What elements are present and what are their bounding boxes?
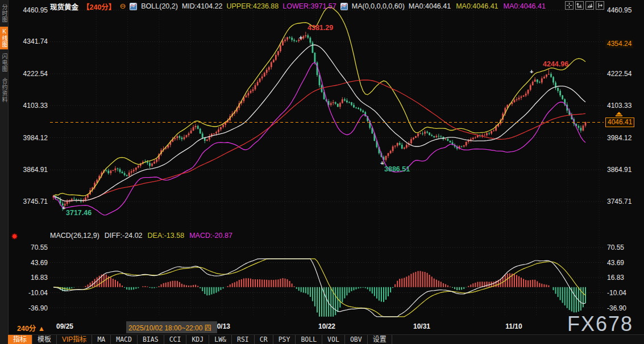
fx678-watermark: FX678 — [567, 312, 633, 336]
price-annotation-0: 4381.29 — [308, 24, 333, 32]
ma-value-2: MA0:4046.41 — [504, 2, 546, 10]
sidebar-item-2[interactable]: 闪电图 — [0, 52, 8, 74]
price-annotation-3: 3717.46 — [66, 209, 92, 217]
price-axis-label-right: 3864.91 — [607, 166, 639, 174]
indicator-chart-icon[interactable] — [130, 3, 137, 10]
toolbar-tab-CCI[interactable]: CCI — [164, 335, 187, 344]
x-axis-label: 10/31 — [413, 322, 430, 330]
x-axis-label: 11/10 — [505, 322, 522, 330]
price-axis-label-left: 4103.33 — [16, 102, 48, 110]
price-axis-label-right: 4103.33 — [607, 102, 639, 110]
boll-name: BOLL(20,2) — [141, 2, 178, 10]
candlestick-chart[interactable] — [0, 0, 644, 344]
shift-right-icon[interactable] — [596, 1, 604, 10]
macd-axis-label-left: -10.04 — [16, 289, 48, 297]
toolbar-tab-PSY[interactable]: PSY — [273, 335, 296, 344]
sidebar-item-0[interactable]: 分时图 — [0, 2, 8, 24]
macd-header: MACD(26,12,9) DIFF:-24.02 DEA:-13.58 MAC… — [50, 232, 232, 240]
price-tag-high: 4354.24 — [605, 40, 633, 48]
boll-mid-value: MID:4104.22 — [182, 2, 223, 10]
sidebar-item-3[interactable]: 合约资料 — [0, 76, 8, 104]
alert-icon[interactable]: ✸ — [11, 232, 18, 241]
toolbar-tab-BIAS[interactable]: BIAS — [138, 335, 164, 344]
price-axis-label-left: 4341.74 — [16, 37, 48, 45]
ma-value-1: MA0:4046.41 — [456, 2, 498, 10]
boll-upper-value: UPPER:4236.88 — [226, 2, 279, 10]
macd-axis-label-left: -36.90 — [16, 304, 48, 312]
sidebar: 分时图K线图闪电图合约资料 — [0, 0, 9, 344]
toolbar-tab-RSI[interactable]: RSI — [232, 335, 255, 344]
price-axis-label-left: 4460.95 — [16, 6, 48, 14]
macd-name: MACD(26,12,9) — [50, 232, 99, 240]
price-axis-label-right: 4222.54 — [607, 70, 639, 78]
x-axis: 240分 ▲ 09/2510/1310/2210/3111/10 2025/10… — [0, 320, 644, 334]
toolbar-tab-BOLL[interactable]: BOLL — [296, 335, 322, 344]
price-annotation-1: 4244.96 — [543, 60, 568, 68]
sidebar-item-1[interactable]: K线图 — [0, 27, 8, 49]
macd-macd-value: MACD:-20.87 — [189, 232, 232, 240]
toolbar-tab-CR[interactable]: CR — [255, 335, 273, 344]
timeframe-selector[interactable]: 240分 ▲ — [17, 322, 45, 333]
x-axis-label: 10/22 — [318, 322, 335, 330]
price-tag-current: 4046.41 — [605, 118, 634, 127]
macd-axis-label-right: -10.04 — [607, 289, 639, 297]
macd-dea-value: DEA:-13.58 — [148, 232, 185, 240]
price-axis-label-right: 4460.95 — [607, 6, 639, 14]
macd-axis-label-right: 70.55 — [607, 244, 639, 251]
macd-axis-label-left: 16.83 — [16, 274, 48, 282]
macd-axis-label-right: 16.83 — [607, 274, 639, 282]
price-axis-label-left: 3745.71 — [16, 198, 48, 205]
trading-app-window: 分时图K线图闪电图合约资料 ✸ 现货黄金 【240分】 ⊖ BOLL(20,2)… — [0, 0, 644, 344]
macd-axis-label-right: -36.90 — [607, 304, 639, 312]
price-arrow-marker — [616, 112, 622, 115]
price-axis-label-left: 3984.12 — [16, 134, 48, 142]
ma-value-0: MA0:4046.41 — [409, 2, 451, 10]
extreme-marker-icon: + — [62, 204, 65, 211]
toolbar-tab-VIP指标[interactable]: VIP指标 — [57, 335, 92, 344]
toolbar-tab-OBV[interactable]: OBV — [345, 335, 368, 344]
toolbar-tab-KDJ[interactable]: KDJ — [186, 335, 209, 344]
price-annotation-2: 3886.51 — [384, 165, 410, 173]
extreme-marker-icon: + — [299, 34, 302, 41]
crosshair-icon[interactable] — [565, 1, 574, 10]
collapse-icon[interactable]: ⊖ — [119, 3, 126, 10]
bar-tooltip: 2025/10/02 18:00~22:00 四 — [126, 321, 217, 333]
toolbar-tab-VOL[interactable]: VOL — [322, 335, 345, 344]
scale-axis-left-icon[interactable] — [575, 1, 584, 10]
symbol-title: 现货黄金 — [50, 1, 78, 12]
price-axis-label-left: 3864.91 — [16, 166, 48, 174]
ma-name: MA(0,0,0,0,0,60) — [352, 2, 405, 10]
indicator-toolbar: 指标模板VIP指标MAMACDBIASCCIKDJLW&RSICRPSYBOLL… — [8, 334, 644, 344]
toolbar-tab-指标[interactable]: 指标 — [8, 335, 32, 344]
chart-header: 现货黄金 【240分】 ⊖ BOLL(20,2) MID:4104.22 UPP… — [50, 2, 546, 11]
price-axis-label-left: 4222.54 — [16, 70, 48, 78]
toolbar-tab-MA[interactable]: MA — [92, 335, 111, 344]
chart-tools — [565, 1, 604, 10]
boll-lower-value: LOWER:3971.57 — [282, 2, 336, 10]
toolbar-tab-MACD[interactable]: MACD — [111, 335, 138, 344]
macd-axis-label-left: 43.69 — [16, 259, 48, 267]
period-label: 【240分】 — [82, 1, 115, 12]
macd-diff-value: DIFF:-24.02 — [105, 232, 143, 240]
toolbar-tab-设置[interactable]: 设置 — [368, 335, 392, 344]
price-axis-label-right: 3745.71 — [607, 198, 639, 205]
extreme-marker-icon: + — [380, 160, 384, 166]
toolbar-tab-模板[interactable]: 模板 — [32, 335, 57, 344]
toolbar-tab-LW&[interactable]: LW& — [209, 335, 232, 344]
macd-axis-label-right: 43.69 — [607, 259, 639, 267]
macd-axis-label-left: 70.55 — [16, 244, 48, 251]
extreme-marker-icon: + — [530, 68, 533, 75]
x-axis-label: 09/25 — [56, 322, 73, 330]
price-axis-label-right: 3984.12 — [607, 134, 639, 142]
ma-values: MA0:4046.41MA0:4046.41MA0:4046.41 — [409, 2, 546, 10]
scale-axis-right-icon[interactable] — [585, 1, 594, 10]
indicator-chart-icon[interactable] — [340, 3, 348, 10]
